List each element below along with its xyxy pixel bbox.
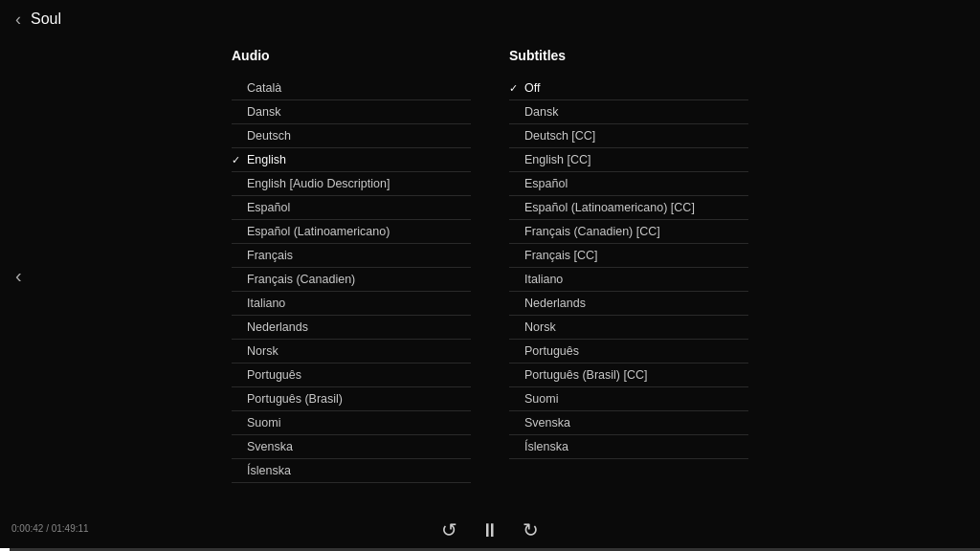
subtitle-item-label: Português (Brasil) [CC] <box>524 368 648 382</box>
subtitles-header: Subtitles <box>509 48 748 69</box>
audio-item[interactable]: Français (Canadien) <box>232 268 471 292</box>
audio-item-label: Español <box>247 201 290 214</box>
subtitle-item-label: Svenska <box>524 416 570 430</box>
subtitle-item-label: Français (Canadien) [CC] <box>524 225 660 238</box>
subtitle-item[interactable]: Íslenska <box>509 435 748 459</box>
subtitle-item[interactable]: Svenska <box>509 411 748 435</box>
audio-item-label: Português <box>247 368 301 382</box>
audio-item-label: Italiano <box>247 297 285 310</box>
audio-item[interactable]: Español (Latinoamericano) <box>232 220 471 244</box>
audio-item-label: Norsk <box>247 344 278 358</box>
audio-item-label: Español (Latinoamericano) <box>247 225 390 238</box>
subtitle-item-label: Norsk <box>524 320 556 334</box>
language-selection-panel: Audio CatalàDanskDeutsch✓EnglishEnglish … <box>232 48 748 483</box>
subtitle-item-label: Nederlands <box>524 297 586 310</box>
subtitle-item-label: Français [CC] <box>524 249 597 262</box>
audio-item[interactable]: Français <box>232 244 471 268</box>
audio-item[interactable]: Català <box>232 77 471 100</box>
audio-header: Audio <box>232 48 471 69</box>
audio-item-label: English [Audio Description] <box>247 177 390 190</box>
subtitles-column: Subtitles ✓OffDanskDeutsch [CC]English [… <box>509 48 748 483</box>
subtitle-item[interactable]: Português (Brasil) [CC] <box>509 364 748 387</box>
subtitle-item-label: Deutsch [CC] <box>524 129 595 143</box>
audio-item-label: Português (Brasil) <box>247 392 343 406</box>
playback-controls: ↺ ⏸ ↻ <box>441 518 539 541</box>
subtitle-item[interactable]: Deutsch [CC] <box>509 124 748 148</box>
subtitle-item[interactable]: English [CC] <box>509 148 748 172</box>
bottom-bar: 0:00:42 / 01:49:11 ↺ ⏸ ↻ <box>0 503 980 551</box>
subtitle-item-label: Italiano <box>524 273 563 286</box>
subtitle-item[interactable]: Français (Canadien) [CC] <box>509 220 748 244</box>
subtitle-item-label: Íslenska <box>524 440 568 453</box>
audio-column: Audio CatalàDanskDeutsch✓EnglishEnglish … <box>232 48 471 483</box>
subtitle-item[interactable]: Português <box>509 340 748 364</box>
subtitle-item[interactable]: Suomi <box>509 387 748 411</box>
audio-item[interactable]: Português <box>232 364 471 387</box>
subtitle-item[interactable]: Norsk <box>509 316 748 340</box>
subtitle-item[interactable]: Dansk <box>509 100 748 124</box>
audio-item[interactable]: ✓English <box>232 148 471 172</box>
audio-item-label: Dansk <box>247 105 280 119</box>
audio-item[interactable]: Íslenska <box>232 459 471 483</box>
audio-item[interactable]: Suomi <box>232 411 471 435</box>
audio-item[interactable]: Italiano <box>232 292 471 316</box>
back-button-top[interactable]: ‹ <box>15 10 21 30</box>
audio-item[interactable]: Nederlands <box>232 316 471 340</box>
subtitle-item[interactable]: ✓Off <box>509 77 748 100</box>
play-pause-button[interactable]: ⏸ <box>480 519 500 541</box>
audio-item-label: Deutsch <box>247 129 291 143</box>
checkmark-icon: ✓ <box>509 82 518 95</box>
audio-item[interactable]: Português (Brasil) <box>232 387 471 411</box>
subtitles-list: ✓OffDanskDeutsch [CC]English [CC]Español… <box>509 77 748 459</box>
subtitle-item[interactable]: Español (Latinoamericano) [CC] <box>509 196 748 220</box>
subtitle-item-label: Español <box>524 177 568 190</box>
audio-item-label: Français (Canadien) <box>247 273 355 286</box>
subtitle-item[interactable]: Español <box>509 172 748 196</box>
subtitle-item[interactable]: Italiano <box>509 268 748 292</box>
audio-item[interactable]: Dansk <box>232 100 471 124</box>
subtitle-item-label: Português <box>524 344 579 358</box>
subtitle-item[interactable]: Français [CC] <box>509 244 748 268</box>
subtitle-item-label: Español (Latinoamericano) [CC] <box>524 201 695 214</box>
movie-title: Soul <box>31 11 61 28</box>
audio-item[interactable]: Svenska <box>232 435 471 459</box>
audio-item-label: Français <box>247 249 293 262</box>
audio-item-label: Suomi <box>247 416 280 430</box>
subtitle-item-label: Dansk <box>524 105 558 119</box>
audio-item-label: Íslenska <box>247 464 291 477</box>
audio-item[interactable]: Norsk <box>232 340 471 364</box>
audio-item-label: Nederlands <box>247 320 308 334</box>
audio-list: CatalàDanskDeutsch✓EnglishEnglish [Audio… <box>232 77 471 483</box>
top-bar: ‹ Soul <box>0 0 980 38</box>
forward-button[interactable]: ↻ <box>523 518 539 541</box>
rewind-button[interactable]: ↺ <box>441 518 457 541</box>
audio-item-label: English <box>247 153 286 166</box>
audio-item-label: Svenska <box>247 440 293 453</box>
audio-item-label: Català <box>247 81 281 95</box>
audio-item[interactable]: Deutsch <box>232 124 471 148</box>
audio-item[interactable]: Español <box>232 196 471 220</box>
subtitle-item[interactable]: Nederlands <box>509 292 748 316</box>
checkmark-icon: ✓ <box>232 154 240 166</box>
subtitle-item-label: English [CC] <box>524 153 590 166</box>
audio-item[interactable]: English [Audio Description] <box>232 172 471 196</box>
back-button-left[interactable]: ‹ <box>15 265 22 287</box>
subtitle-item-label: Off <box>524 81 540 95</box>
subtitle-item-label: Suomi <box>524 392 558 406</box>
time-display: 0:00:42 / 01:49:11 <box>11 523 89 534</box>
